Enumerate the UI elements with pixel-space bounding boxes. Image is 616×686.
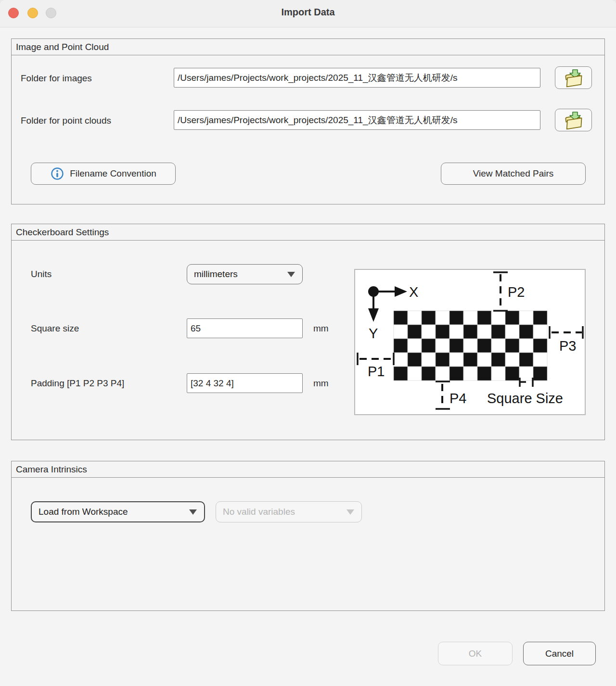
y-axis-arrow-icon (368, 308, 379, 322)
section-camera-intrinsics: Camera Intrinsics Load from Workspace No… (11, 461, 605, 611)
p4-label: P4 (449, 391, 466, 406)
import-data-dialog: Import Data Image and Point Cloud Folder… (0, 0, 616, 686)
square-size-diagram-label: Square Size (487, 391, 563, 406)
chevron-down-icon (346, 509, 354, 515)
ok-label: OK (469, 648, 482, 659)
view-matched-pairs-button[interactable]: View Matched Pairs (441, 163, 586, 185)
browse-pointclouds-button[interactable] (555, 109, 592, 131)
folder-import-icon (563, 111, 585, 130)
browse-images-button[interactable] (555, 66, 592, 89)
cancel-button[interactable]: Cancel (523, 642, 596, 665)
chevron-down-icon (287, 272, 295, 277)
checkerboard-cells (394, 311, 547, 381)
chevron-down-icon (189, 509, 197, 515)
units-dropdown-value: millimeters (187, 269, 238, 279)
section-title: Image and Point Cloud (12, 39, 604, 55)
cancel-label: Cancel (545, 648, 574, 659)
section-image-point-cloud: Image and Point Cloud Folder for images … (11, 38, 605, 204)
section-checkerboard-settings: Checkerboard Settings Units millimeters … (11, 224, 605, 440)
intrinsics-source-value: Load from Workspace (32, 507, 128, 517)
folder-pointclouds-input[interactable] (174, 110, 540, 130)
window-title: Import Data (0, 7, 616, 18)
intrinsics-source-dropdown[interactable]: Load from Workspace (31, 501, 205, 522)
p3-label: P3 (559, 338, 576, 354)
ok-button-disabled: OK (438, 642, 513, 665)
section-title: Camera Intrinsics (12, 461, 604, 478)
x-axis-arrow-icon (395, 286, 407, 297)
intrinsics-variable-value: No valid variables (216, 507, 295, 517)
checkerboard-diagram-svg: X Y P2 P1 P3 (355, 270, 585, 414)
section-title: Checkerboard Settings (12, 224, 604, 241)
p2-label: P2 (508, 284, 525, 300)
title-bar: Import Data (0, 0, 616, 27)
square-size-unit: mm (313, 323, 329, 334)
folder-images-label: Folder for images (21, 73, 92, 84)
folder-pointclouds-label: Folder for point clouds (21, 115, 111, 127)
folder-import-icon (563, 68, 585, 88)
checkerboard-diagram: X Y P2 P1 P3 (354, 269, 586, 415)
units-label: Units (31, 268, 51, 280)
folder-images-input[interactable] (174, 68, 540, 88)
units-dropdown[interactable]: millimeters (187, 264, 303, 284)
info-icon (50, 166, 64, 181)
square-size-label: Square size (31, 323, 79, 334)
square-size-input[interactable] (187, 318, 303, 338)
x-axis-label: X (409, 284, 418, 300)
padding-label: Padding [P1 P2 P3 P4] (31, 378, 124, 389)
y-axis-label: Y (369, 326, 378, 341)
filename-convention-label: Filename Convention (70, 168, 156, 179)
padding-unit: mm (313, 378, 329, 389)
p1-label: P1 (368, 364, 385, 379)
filename-convention-button[interactable]: Filename Convention (31, 163, 176, 185)
view-matched-pairs-label: View Matched Pairs (473, 168, 554, 179)
padding-input[interactable] (187, 373, 303, 393)
intrinsics-variable-dropdown-disabled: No valid variables (216, 501, 362, 522)
